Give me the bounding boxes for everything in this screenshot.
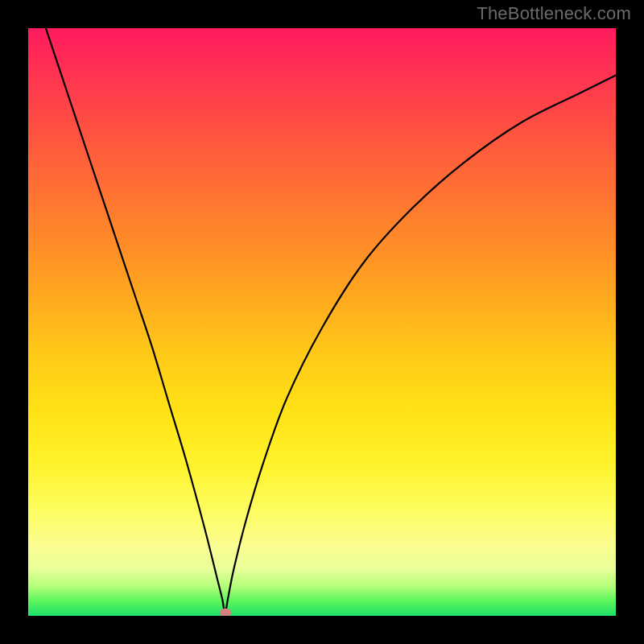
- plot-area: [28, 28, 616, 616]
- watermark-text: TheBottleneck.com: [477, 3, 631, 24]
- curve-svg: [28, 28, 616, 616]
- chart-frame: TheBottleneck.com: [0, 0, 644, 644]
- bottleneck-curve: [46, 28, 616, 613]
- minimum-marker: [220, 609, 231, 616]
